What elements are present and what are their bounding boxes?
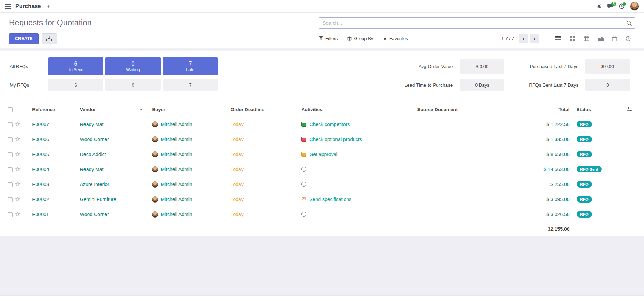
search-icon[interactable] bbox=[626, 20, 632, 28]
vendor-link[interactable]: Deco Addict bbox=[80, 152, 106, 157]
rfq-row[interactable]: ☆ P00002 Gemini Furniture Mitchell Admin… bbox=[0, 192, 644, 207]
create-button[interactable]: CREATE bbox=[9, 33, 39, 44]
tile-to-send[interactable]: 6 To Send bbox=[48, 57, 103, 75]
activity-mail-icon[interactable] bbox=[301, 197, 306, 202]
favorite-star-icon[interactable]: ☆ bbox=[15, 135, 21, 143]
buyer-link[interactable]: Mitchell Admin bbox=[161, 212, 192, 217]
buyer-link[interactable]: Mitchell Admin bbox=[161, 197, 192, 202]
col-header-reference[interactable]: Reference bbox=[32, 103, 80, 117]
vendor-link[interactable]: Ready Mat bbox=[80, 167, 104, 172]
pager-next-button[interactable]: › bbox=[530, 34, 539, 43]
activity-clock-icon[interactable] bbox=[301, 182, 306, 187]
activity-label[interactable]: Send specifications bbox=[309, 197, 351, 202]
table-footer-row: 32,155.00 bbox=[0, 222, 644, 236]
optional-columns-icon[interactable] bbox=[627, 107, 632, 112]
reference-link[interactable]: P00002 bbox=[32, 197, 49, 202]
activity-list-icon[interactable] bbox=[301, 137, 306, 142]
reference-link[interactable]: P00004 bbox=[32, 167, 49, 172]
favorite-star-icon[interactable]: ☆ bbox=[15, 120, 21, 128]
menu-icon[interactable] bbox=[5, 4, 11, 9]
search-bar[interactable] bbox=[319, 17, 635, 29]
row-checkbox[interactable] bbox=[8, 152, 13, 157]
favorites-button[interactable]: ★ Favorites bbox=[383, 36, 408, 41]
activity-label[interactable]: Check competitors bbox=[309, 122, 350, 127]
stat-value-avg-order-value: $ 0.00 bbox=[460, 59, 504, 74]
messages-icon[interactable]: 5 bbox=[607, 3, 613, 9]
calendar-view-button[interactable] bbox=[608, 34, 621, 43]
activity-list-icon[interactable] bbox=[301, 122, 306, 127]
user-avatar[interactable] bbox=[630, 2, 639, 11]
buyer-link[interactable]: Mitchell Admin bbox=[161, 152, 192, 157]
col-header-total[interactable]: Total bbox=[509, 103, 575, 117]
favorite-star-icon[interactable]: ☆ bbox=[15, 211, 21, 218]
pager-previous-button[interactable]: ‹ bbox=[519, 34, 528, 43]
favorite-star-icon[interactable]: ☆ bbox=[15, 196, 21, 203]
vendor-link[interactable]: Wood Corner bbox=[80, 212, 109, 217]
rfq-row[interactable]: ☆ P00007 Ready Mat Mitchell Admin Today … bbox=[0, 117, 644, 132]
select-all-checkbox[interactable] bbox=[8, 107, 13, 112]
total-amount: $ 14,563.00 bbox=[544, 167, 570, 172]
bug-icon[interactable] bbox=[597, 3, 602, 9]
rfq-row[interactable]: ☆ P00005 Deco Addict Mitchell Admin Toda… bbox=[0, 147, 644, 162]
all-rfqs-label[interactable]: All RFQs bbox=[10, 64, 46, 69]
favorite-star-icon[interactable]: ☆ bbox=[15, 181, 21, 188]
col-header-status[interactable]: Status bbox=[575, 103, 627, 117]
vendor-link[interactable]: Ready Mat bbox=[80, 122, 104, 127]
app-name[interactable]: Purchase bbox=[15, 3, 41, 9]
row-checkbox[interactable] bbox=[8, 182, 13, 187]
search-input[interactable] bbox=[319, 17, 635, 29]
activity-label[interactable]: Get approval bbox=[309, 152, 337, 157]
my-tile-late[interactable]: 7 bbox=[163, 79, 218, 91]
activity-clock-icon[interactable] bbox=[619, 3, 624, 9]
row-checkbox[interactable] bbox=[8, 212, 13, 217]
plus-icon[interactable]: + bbox=[47, 3, 51, 9]
vendor-link[interactable]: Gemini Furniture bbox=[80, 197, 116, 202]
my-tile-to-send[interactable]: 6 bbox=[48, 79, 103, 91]
favorite-star-icon[interactable]: ☆ bbox=[15, 150, 21, 158]
buyer-link[interactable]: Mitchell Admin bbox=[161, 137, 192, 142]
filters-button[interactable]: Filters bbox=[319, 36, 338, 41]
group-by-button[interactable]: Group By bbox=[347, 36, 373, 41]
rfq-row[interactable]: ☆ P00006 Wood Corner Mitchell Admin Toda… bbox=[0, 132, 644, 147]
col-header-vendor[interactable]: Vendor bbox=[80, 103, 152, 117]
reference-link[interactable]: P00005 bbox=[32, 152, 49, 157]
activity-label[interactable]: Check optional products bbox=[309, 137, 362, 142]
row-checkbox[interactable] bbox=[8, 137, 13, 142]
calendar-view-icon bbox=[612, 36, 617, 41]
kanban-view-button[interactable] bbox=[565, 34, 579, 43]
vendor-link[interactable]: Wood Corner bbox=[80, 137, 109, 142]
rfq-row[interactable]: ☆ P00004 Ready Mat Mitchell Admin Today … bbox=[0, 162, 644, 177]
export-button[interactable] bbox=[42, 33, 57, 44]
tile-waiting[interactable]: 0 Waiting bbox=[105, 57, 161, 75]
pivot-view-button[interactable] bbox=[579, 34, 593, 43]
source-document-cell bbox=[417, 147, 509, 162]
col-header-activities[interactable]: Activities bbox=[301, 103, 417, 117]
vendor-link[interactable]: Azure Interior bbox=[80, 182, 109, 187]
tile-late[interactable]: 7 Late bbox=[163, 57, 218, 75]
rfq-row[interactable]: ☆ P00003 Azure Interior Mitchell Admin T… bbox=[0, 177, 644, 192]
activity-clock-icon[interactable] bbox=[301, 212, 306, 217]
buyer-link[interactable]: Mitchell Admin bbox=[161, 167, 192, 172]
row-checkbox[interactable] bbox=[8, 122, 13, 127]
col-header-source-document[interactable]: Source Document bbox=[417, 103, 509, 117]
rfq-row[interactable]: ☆ P00001 Wood Corner Mitchell Admin Toda… bbox=[0, 207, 644, 222]
buyer-link[interactable]: Mitchell Admin bbox=[161, 122, 192, 127]
activity-list-icon[interactable] bbox=[301, 152, 306, 157]
my-tile-waiting[interactable]: 0 bbox=[105, 79, 161, 91]
graph-view-button[interactable] bbox=[593, 34, 608, 43]
my-rfqs-label[interactable]: My RFQs bbox=[10, 82, 46, 88]
activity-clock-icon[interactable] bbox=[301, 167, 306, 172]
reference-link[interactable]: P00001 bbox=[32, 212, 49, 217]
buyer-link[interactable]: Mitchell Admin bbox=[161, 182, 192, 187]
favorite-star-icon[interactable]: ☆ bbox=[15, 166, 21, 173]
reference-link[interactable]: P00003 bbox=[32, 182, 49, 187]
bottom-scrollbar-track[interactable] bbox=[0, 295, 644, 301]
col-header-order-deadline[interactable]: Order Deadline bbox=[230, 103, 301, 117]
row-checkbox[interactable] bbox=[8, 167, 13, 172]
activity-view-button[interactable] bbox=[621, 34, 635, 43]
list-view-button[interactable] bbox=[551, 34, 565, 43]
col-header-buyer[interactable]: Buyer bbox=[152, 103, 230, 117]
row-checkbox[interactable] bbox=[8, 197, 13, 202]
reference-link[interactable]: P00006 bbox=[32, 137, 49, 142]
reference-link[interactable]: P00007 bbox=[32, 122, 49, 127]
